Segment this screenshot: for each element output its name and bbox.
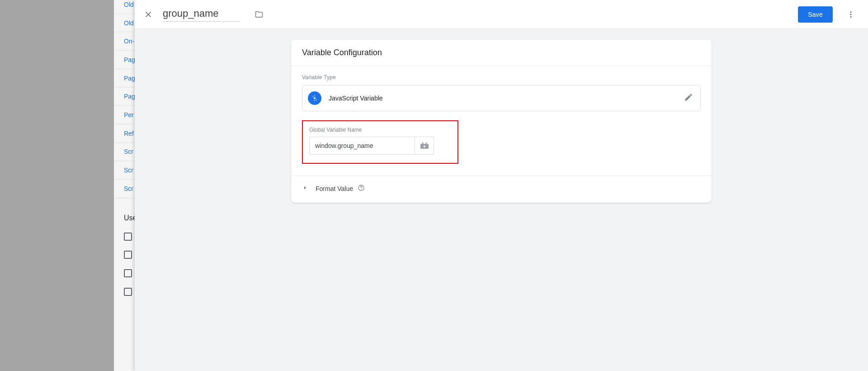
svg-rect-7 [422,143,423,144]
variable-type-name: JavaScript Variable [329,95,677,102]
format-value-toggle[interactable]: Format Value [291,176,712,203]
variable-editor-panel: Save Variable Configuration Variable Typ… [135,0,868,371]
checkbox-icon [124,233,132,241]
more-menu-button[interactable] [842,5,860,24]
svg-point-5 [314,97,316,99]
global-variable-section: Global Variable Name [291,120,712,176]
card-title: Variable Configuration [291,40,712,66]
close-button[interactable] [139,5,157,24]
svg-rect-11 [424,145,425,147]
variable-name-input[interactable] [163,7,240,22]
save-button[interactable]: Save [798,6,833,23]
kebab-icon [847,10,855,19]
help-icon[interactable] [358,184,365,193]
panel-header: Save [135,0,868,29]
checkbox-icon [124,288,132,296]
javascript-variable-icon [308,91,321,105]
format-value-label: Format Value [316,185,353,192]
close-icon [144,10,153,19]
folder-button[interactable] [250,5,268,24]
brick-icon [420,143,429,149]
edit-icon [684,93,693,104]
svg-point-2 [850,11,852,13]
variable-type-label: Variable Type [302,74,701,81]
svg-rect-8 [425,143,427,144]
global-variable-input-group [309,137,451,155]
panel-body: Variable Configuration Variable Type Jav… [135,29,868,371]
svg-point-4 [850,16,852,17]
svg-point-13 [361,189,361,190]
global-variable-input[interactable] [309,137,415,155]
folder-icon [255,10,264,19]
checkbox-icon [124,251,132,259]
insert-variable-button[interactable] [415,137,434,155]
svg-point-3 [850,14,852,15]
checkbox-icon [124,269,132,277]
global-variable-label: Global Variable Name [309,127,451,133]
variable-type-section: Variable Type JavaScript Variable [291,66,712,123]
highlight-annotation: Global Variable Name [302,120,458,164]
variable-configuration-card: Variable Configuration Variable Type Jav… [291,40,712,203]
chevron-right-icon [302,185,308,192]
variable-type-selector[interactable]: JavaScript Variable [302,85,701,111]
